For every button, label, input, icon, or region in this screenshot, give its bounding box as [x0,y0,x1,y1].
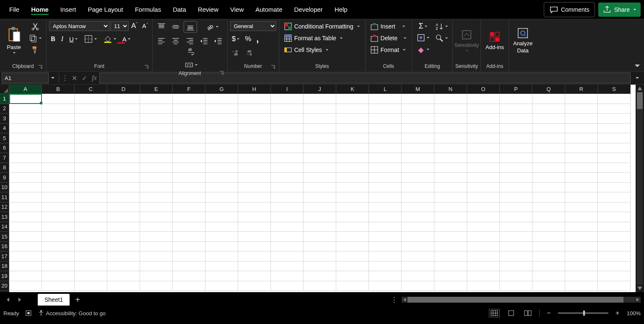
cell[interactable] [304,192,336,202]
cell[interactable] [402,251,434,262]
align-center-button[interactable] [169,35,182,46]
cell[interactable] [238,183,271,193]
font-color-button[interactable]: A [121,35,132,44]
autosum-button[interactable]: Σ [415,21,431,31]
cell[interactable] [75,212,107,222]
cell[interactable] [271,173,304,183]
cell[interactable] [205,192,238,202]
cell[interactable] [107,104,140,114]
sheet-nav-next[interactable] [15,295,24,304]
cell[interactable] [467,202,500,213]
cell[interactable] [75,124,107,134]
cell[interactable] [304,153,336,163]
share-button[interactable]: Share [598,3,641,17]
cell[interactable] [238,281,271,291]
cell[interactable] [598,251,631,262]
cell[interactable] [205,251,238,262]
cell[interactable] [336,212,369,222]
cell[interactable] [532,104,565,114]
cell[interactable] [565,251,598,262]
delete-cells-button[interactable]: Delete [368,33,409,44]
insert-cells-button[interactable]: Insert [368,21,408,32]
cell[interactable] [173,153,205,163]
cell[interactable] [238,222,271,232]
horizontal-scrollbar[interactable] [402,297,641,303]
cell[interactable] [369,183,402,193]
cell[interactable] [598,133,631,143]
font-dialog-launcher[interactable] [144,65,149,70]
percent-format-button[interactable]: % [243,34,253,44]
cell[interactable] [9,232,42,242]
cell[interactable] [271,232,304,242]
cell[interactable] [402,192,434,202]
cell[interactable] [238,271,271,281]
cell[interactable] [173,271,205,281]
cell[interactable] [140,183,173,193]
cell[interactable] [500,133,532,143]
cell[interactable] [140,143,173,153]
cell[interactable] [304,281,336,291]
cell[interactable] [402,262,434,272]
tab-file[interactable]: File [3,3,25,16]
cell[interactable] [107,124,140,134]
cell[interactable] [369,124,402,134]
cell[interactable] [402,163,434,173]
column-header-E[interactable]: E [140,85,173,94]
name-box-dropdown[interactable] [49,73,57,83]
insert-function-button[interactable]: fx [89,73,99,83]
cell[interactable] [107,143,140,153]
cell[interactable] [9,173,42,183]
paste-button[interactable]: Paste [3,21,25,60]
cell[interactable] [9,94,42,104]
row-header-18[interactable]: 18 [0,262,9,272]
cell[interactable] [598,143,631,153]
tab-view[interactable]: View [224,3,249,16]
cell[interactable] [402,94,434,104]
cell[interactable] [9,163,42,173]
cell[interactable] [107,281,140,291]
tab-developer[interactable]: Developer [288,3,328,16]
cell[interactable] [500,183,532,193]
cell[interactable] [336,242,369,252]
cell[interactable] [434,222,467,232]
column-header-G[interactable]: G [205,85,238,94]
cell[interactable] [336,114,369,124]
cell[interactable] [304,212,336,222]
align-left-button[interactable] [155,35,168,46]
cell[interactable] [42,153,75,163]
cell[interactable] [75,242,107,252]
cell[interactable] [336,192,369,202]
cell[interactable] [500,173,532,183]
cell[interactable] [140,251,173,262]
cell[interactable] [173,183,205,193]
cell[interactable] [434,104,467,114]
clear-button[interactable] [415,44,431,55]
cell[interactable] [336,124,369,134]
scroll-left-button[interactable] [402,297,408,303]
row-header-16[interactable]: 16 [0,242,9,252]
cell[interactable] [271,202,304,213]
row-header-3[interactable]: 3 [0,114,9,124]
tab-data[interactable]: Data [167,3,192,16]
italic-button[interactable]: I [60,34,65,44]
row-header-14[interactable]: 14 [0,222,9,232]
cell[interactable] [271,104,304,114]
underline-button[interactable]: U [68,35,80,44]
cell[interactable] [467,192,500,202]
align-top-button[interactable] [155,21,168,32]
increase-indent-button[interactable] [212,35,225,46]
tab-help[interactable]: Help [329,3,353,16]
tab-page-layout[interactable]: Page Layout [82,3,129,16]
borders-button[interactable] [82,34,99,44]
cell[interactable] [532,212,565,222]
sort-filter-button[interactable]: AZ [433,21,450,32]
cell[interactable] [598,192,631,202]
cell[interactable] [369,271,402,281]
cell[interactable] [42,183,75,193]
cell[interactable] [304,104,336,114]
cell[interactable] [336,143,369,153]
bold-button[interactable]: B [49,34,57,44]
cell[interactable] [434,212,467,222]
cell[interactable] [75,222,107,232]
zoom-in-button[interactable]: + [614,309,621,317]
